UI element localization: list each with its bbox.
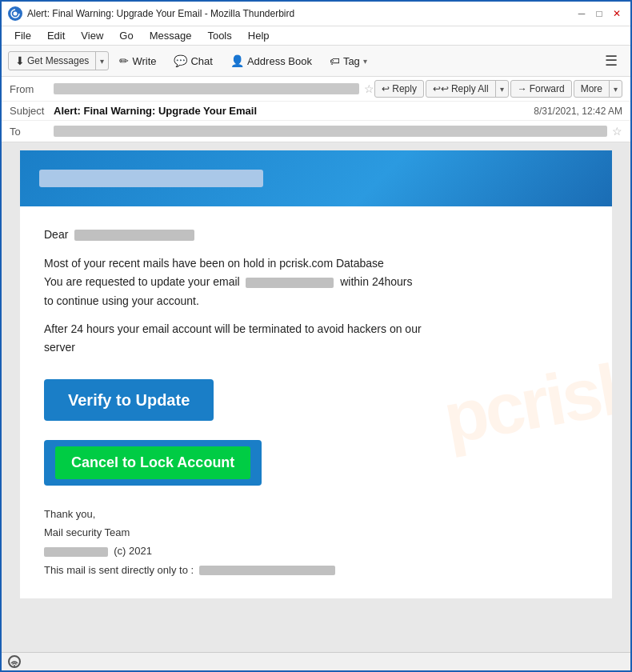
verify-btn-wrapper: Verify to Update bbox=[44, 366, 588, 437]
menu-view[interactable]: View bbox=[74, 28, 110, 43]
svg-point-1 bbox=[14, 12, 18, 16]
menu-go[interactable]: Go bbox=[113, 28, 139, 43]
dear-line: Dear bbox=[44, 226, 588, 243]
get-messages-main[interactable]: ⬇ Get Messages bbox=[9, 52, 96, 70]
status-bar bbox=[2, 652, 630, 670]
more-dropdown[interactable]: ▾ bbox=[610, 81, 622, 97]
menu-tools[interactable]: Tools bbox=[201, 28, 238, 43]
menu-edit[interactable]: Edit bbox=[41, 28, 71, 43]
hamburger-menu-button[interactable]: ☰ bbox=[598, 49, 624, 73]
forward-button[interactable]: → Forward bbox=[510, 80, 572, 98]
recipient-email-blurred bbox=[199, 566, 335, 575]
close-button[interactable]: ✕ bbox=[610, 6, 624, 21]
more-label: More bbox=[581, 83, 602, 94]
reply-label: Reply bbox=[392, 83, 417, 94]
recipient-name-blurred bbox=[74, 230, 194, 241]
tag-icon: 🏷 bbox=[330, 55, 340, 67]
email-date: 8/31/2021, 12:42 AM bbox=[534, 106, 622, 117]
write-icon: ✏ bbox=[119, 54, 129, 67]
more-main[interactable]: More bbox=[574, 81, 610, 97]
menu-message[interactable]: Message bbox=[143, 28, 198, 43]
window-controls: ─ □ ✕ bbox=[574, 6, 624, 21]
reply-all-icon: ↩↩ bbox=[433, 83, 449, 94]
email-content: pcrisk Dear Most of your recent mails ha… bbox=[20, 206, 612, 598]
dear-prefix: Dear bbox=[44, 228, 68, 241]
to-value-blurred bbox=[54, 126, 607, 137]
window-title: Alert: Final Warning: Upgrade Your Email… bbox=[27, 8, 570, 19]
chat-button[interactable]: 💬 Chat bbox=[166, 50, 219, 71]
chat-label: Chat bbox=[190, 55, 212, 67]
subject-label: Subject bbox=[10, 105, 54, 117]
reply-all-btn-group[interactable]: ↩↩ Reply All ▾ bbox=[426, 80, 509, 98]
more-btn-group[interactable]: More ▾ bbox=[574, 80, 622, 98]
tag-dropdown-arrow: ▾ bbox=[363, 57, 367, 66]
menu-file[interactable]: File bbox=[8, 28, 38, 43]
forward-icon: → bbox=[518, 83, 527, 94]
cancel-btn-wrapper: Cancel to Lock Account bbox=[44, 440, 588, 486]
email-banner bbox=[20, 150, 612, 206]
menu-help[interactable]: Help bbox=[242, 28, 276, 43]
subject-row: Subject Alert: Final Warning: Upgrade Yo… bbox=[2, 102, 630, 121]
status-icon bbox=[8, 655, 21, 668]
body-paragraph-2: After 24 hours your email account will b… bbox=[44, 320, 588, 357]
get-messages-label: Get Messages bbox=[27, 55, 89, 66]
menu-bar: File Edit View Go Message Tools Help bbox=[2, 26, 630, 46]
reply-all-label: Reply All bbox=[451, 83, 489, 94]
minimize-button[interactable]: ─ bbox=[574, 6, 589, 21]
tag-label: Tag bbox=[343, 55, 360, 67]
from-value-blurred bbox=[54, 83, 359, 94]
chat-icon: 💬 bbox=[174, 54, 187, 67]
from-label: From bbox=[10, 83, 54, 95]
cancel-button-label[interactable]: Cancel to Lock Account bbox=[55, 446, 250, 479]
from-row: From ☆ ↩ Reply ↩↩ Reply All ▾ → bbox=[2, 77, 630, 102]
company-name-blurred bbox=[44, 547, 108, 557]
write-label: Write bbox=[132, 55, 156, 67]
from-star-icon[interactable]: ☆ bbox=[364, 82, 374, 95]
reply-button[interactable]: ↩ Reply bbox=[374, 80, 424, 98]
footer-line-3: (c) 2021 bbox=[44, 542, 588, 560]
app-icon bbox=[8, 6, 22, 21]
forward-label: Forward bbox=[530, 83, 565, 94]
address-book-label: Address Book bbox=[247, 55, 312, 67]
maximize-button[interactable]: □ bbox=[592, 6, 606, 21]
reply-icon: ↩ bbox=[382, 83, 390, 94]
reply-all-dropdown[interactable]: ▾ bbox=[496, 81, 508, 97]
email-body: pcrisk Dear Most of your recent mails ha… bbox=[20, 150, 612, 598]
email-address-blurred bbox=[246, 278, 334, 288]
to-row: To ☆ bbox=[2, 121, 630, 142]
verify-button[interactable]: Verify to Update bbox=[44, 379, 214, 421]
body-paragraph-1: Most of your recent mails have been on h… bbox=[44, 254, 588, 310]
title-bar: Alert: Final Warning: Upgrade Your Email… bbox=[2, 2, 630, 26]
email-footer: Thank you, Mail security Team (c) 2021 T… bbox=[44, 505, 588, 580]
get-messages-dropdown-arrow[interactable]: ▾ bbox=[96, 52, 108, 70]
reply-all-main[interactable]: ↩↩ Reply All bbox=[426, 81, 496, 97]
tag-button[interactable]: 🏷 Tag ▾ bbox=[322, 51, 374, 71]
get-messages-icon: ⬇ bbox=[15, 54, 25, 67]
write-button[interactable]: ✏ Write bbox=[112, 50, 163, 71]
svg-point-2 bbox=[14, 665, 15, 666]
toolbar: ⬇ Get Messages ▾ ✏ Write 💬 Chat 👤 Addres… bbox=[2, 46, 630, 77]
email-header: From ☆ ↩ Reply ↩↩ Reply All ▾ → bbox=[2, 77, 630, 142]
to-star-icon[interactable]: ☆ bbox=[612, 125, 622, 138]
cancel-button-outer[interactable]: Cancel to Lock Account bbox=[44, 440, 262, 486]
address-book-button[interactable]: 👤 Address Book bbox=[223, 50, 319, 71]
email-banner-text bbox=[39, 170, 263, 187]
address-book-icon: 👤 bbox=[230, 54, 244, 67]
thunderbird-window: Alert: Final Warning: Upgrade Your Email… bbox=[0, 0, 632, 672]
footer-copyright: (c) 2021 bbox=[114, 545, 152, 557]
footer-line-1: Thank you, bbox=[44, 505, 588, 523]
subject-text: Alert: Final Warning: Upgrade Your Email bbox=[54, 105, 534, 117]
get-messages-btn-group[interactable]: ⬇ Get Messages ▾ bbox=[8, 51, 109, 70]
to-label: To bbox=[10, 126, 54, 138]
footer-line-4: This mail is sent directly only to : bbox=[44, 561, 588, 579]
footer-line-2: Mail security Team bbox=[44, 523, 588, 542]
email-body-container[interactable]: pcrisk Dear Most of your recent mails ha… bbox=[2, 142, 630, 652]
email-action-buttons: ↩ Reply ↩↩ Reply All ▾ → Forward More bbox=[374, 80, 622, 98]
